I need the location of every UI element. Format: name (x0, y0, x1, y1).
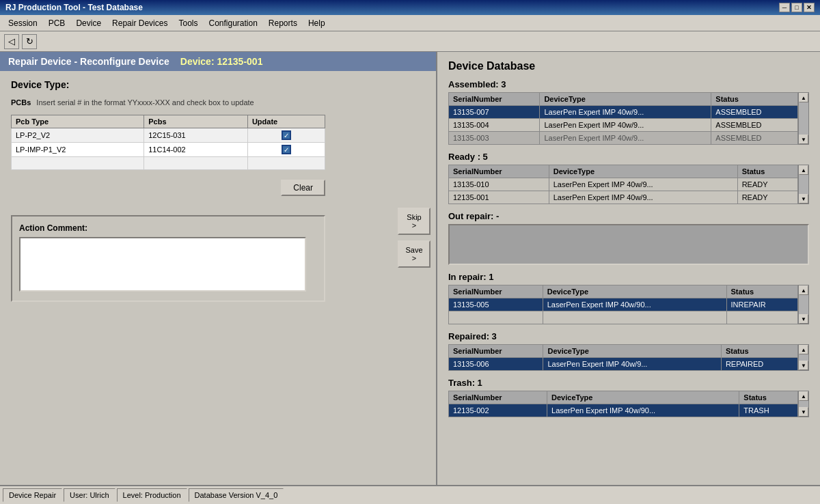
scroll-down-arrow[interactable]: ▼ (799, 135, 808, 144)
back-button[interactable]: ◁ (4, 34, 19, 49)
ready-scrollbar: ▲ ▼ (798, 165, 809, 204)
menu-help[interactable]: Help (303, 17, 331, 29)
serial-cell: 13135-006 (449, 358, 543, 371)
pcb-col-update: Update (247, 115, 325, 128)
table-row[interactable]: 13135-005 LaserPen Expert IMP 40w/90... … (449, 298, 798, 311)
pcb-type-cell: LP-IMP-P1_V2 (12, 143, 144, 157)
right-panel: Device Database Assembled: 3 SerialNumbe… (437, 52, 820, 485)
panel-header: Repair Device - Reconfigure Device Devic… (0, 52, 436, 71)
scroll-up-arrow[interactable]: ▲ (799, 165, 808, 175)
checkbox-checked-icon[interactable]: ✓ (282, 130, 291, 140)
skip-button[interactable]: Skip> (398, 208, 430, 235)
pcb-update-empty (247, 157, 325, 170)
serial-cell: 12135-002 (449, 404, 547, 417)
ready-title: Ready : 5 (448, 152, 809, 162)
refresh-icon: ↻ (26, 36, 33, 46)
table-row[interactable]: 13135-003 LaserPen Expert IMP 40w/9... A… (449, 132, 798, 145)
assembled-title: Assembled: 3 (448, 79, 809, 89)
in-repair-scrollbar: ▲ ▼ (798, 285, 809, 324)
left-content: Device Type: PCBs Insert serial # in the… (0, 71, 436, 485)
status-user: User: Ulrich (64, 488, 115, 502)
action-comment-label: Action Comment: (19, 223, 317, 233)
status-cell: READY (737, 178, 797, 191)
scroll-up-arrow[interactable]: ▲ (799, 285, 808, 295)
menu-reports[interactable]: Reports (263, 17, 303, 29)
scroll-track (799, 102, 808, 135)
minimize-button[interactable]: ─ (779, 3, 790, 12)
pcb-col-type: Pcb Type (12, 115, 144, 128)
pcb-update-checkbox[interactable]: ✓ (247, 143, 325, 157)
table-row[interactable]: 13135-007 LaserPen Expert IMP 40w/9... A… (449, 106, 798, 119)
window-controls: ─ □ ✕ (779, 3, 815, 12)
pcb-type-cell: LP-P2_V2 (12, 128, 144, 143)
maximize-button[interactable]: □ (791, 3, 802, 12)
col-status: Status (737, 165, 797, 178)
devicetype-cell: LaserPen Expert IMP 40w/9... (549, 178, 737, 191)
table-row[interactable]: 13135-006 LaserPen Expert IMP 40w/9... R… (449, 358, 798, 371)
refresh-button[interactable]: ↻ (22, 34, 37, 49)
checkbox-checked-icon[interactable]: ✓ (282, 145, 291, 154)
close-button[interactable]: ✕ (804, 3, 815, 12)
serial-cell: 13135-004 (449, 119, 540, 132)
scroll-down-arrow[interactable]: ▼ (799, 407, 808, 417)
clear-button[interactable]: Clear (281, 180, 325, 196)
save-button[interactable]: Save> (398, 240, 430, 268)
in-repair-table: SerialNumber DeviceType Status 13135-005… (448, 285, 798, 324)
scroll-up-arrow[interactable]: ▲ (799, 391, 808, 401)
assembled-table-main: SerialNumber DeviceType Status 13135-007… (448, 92, 798, 145)
trash-table-container: SerialNumber DeviceType Status 12135-002… (448, 391, 809, 417)
trash-scrollbar: ▲ ▼ (798, 391, 809, 417)
table-row[interactable]: 12135-002 LaserPen Expert IMP 40w/90... … (449, 404, 798, 417)
serial-cell: 13135-010 (449, 178, 549, 191)
scroll-up-arrow[interactable]: ▲ (799, 93, 808, 102)
status-db-version: Database Version V_4_0 (189, 488, 284, 502)
pcbs-instruction: Insert serial # in the format YYxxxx-XXX… (36, 98, 254, 107)
scroll-up-arrow[interactable]: ▲ (799, 345, 808, 354)
col-serial: SerialNumber (449, 345, 543, 358)
repaired-scrollbar: ▲ ▼ (798, 344, 809, 371)
table-row-empty (449, 311, 798, 324)
out-repair-title: Out repair: - (448, 211, 809, 221)
device-type-label: Device Type: (11, 79, 425, 90)
trash-table: SerialNumber DeviceType Status 12135-002… (448, 391, 798, 417)
action-comment-input[interactable] (19, 237, 306, 292)
table-row[interactable]: 13135-010 LaserPen Expert IMP 40w/9... R… (449, 178, 798, 191)
menu-repair-devices[interactable]: Repair Devices (107, 17, 173, 29)
table-row[interactable]: 12135-001 LaserPen Expert IMP 40w/9... R… (449, 191, 798, 204)
scroll-track (799, 354, 808, 361)
serial-cell: 12135-001 (449, 191, 549, 204)
pcb-serial-cell[interactable]: 11C14-002 (144, 143, 248, 157)
col-status: Status (721, 345, 797, 358)
scroll-down-arrow[interactable]: ▼ (799, 314, 808, 324)
pcbs-section: PCBs Insert serial # in the format YYxxx… (11, 98, 425, 196)
menu-bar: Session PCB Device Repair Devices Tools … (0, 15, 820, 31)
col-serial: SerialNumber (449, 285, 543, 298)
menu-configuration[interactable]: Configuration (203, 17, 262, 29)
trash-table-main: SerialNumber DeviceType Status 12135-002… (448, 391, 798, 417)
in-repair-table-container: SerialNumber DeviceType Status 13135-005… (448, 285, 809, 324)
repaired-table: SerialNumber DeviceType Status 13135-006… (448, 344, 798, 371)
table-row[interactable]: 13135-004 LaserPen Expert IMP 40w/9... A… (449, 119, 798, 132)
scroll-down-arrow[interactable]: ▼ (799, 194, 808, 204)
menu-device[interactable]: Device (70, 17, 107, 29)
trash-title: Trash: 1 (448, 378, 809, 388)
col-status: Status (711, 93, 798, 106)
status-cell: ASSEMBLED (711, 119, 798, 132)
menu-tools[interactable]: Tools (173, 17, 203, 29)
devicetype-cell: LaserPen Expert IMP 40w/9... (540, 132, 711, 145)
scroll-down-arrow[interactable]: ▼ (799, 361, 808, 370)
pcb-update-checkbox[interactable]: ✓ (247, 128, 325, 143)
col-serial: SerialNumber (449, 165, 549, 178)
pcb-serial-cell[interactable]: 12C15-031 (144, 128, 248, 143)
col-serial: SerialNumber (449, 391, 547, 404)
menu-session[interactable]: Session (3, 17, 43, 29)
pcb-table: Pcb Type Pcbs Update LP-P2_V2 12C15-031 … (11, 115, 325, 170)
serial-cell: 13135-005 (449, 298, 543, 311)
col-devicetype: DeviceType (547, 391, 739, 404)
devicetype-cell: LaserPen Expert IMP 40w/9... (540, 119, 711, 132)
devicetype-cell: LaserPen Expert IMP 40w/9... (540, 106, 711, 119)
panel-title: Repair Device - Reconfigure Device (8, 56, 169, 67)
ready-table-main: SerialNumber DeviceType Status 13135-010… (448, 165, 798, 204)
menu-pcb[interactable]: PCB (43, 17, 71, 29)
repaired-table-main: SerialNumber DeviceType Status 13135-006… (448, 344, 798, 371)
